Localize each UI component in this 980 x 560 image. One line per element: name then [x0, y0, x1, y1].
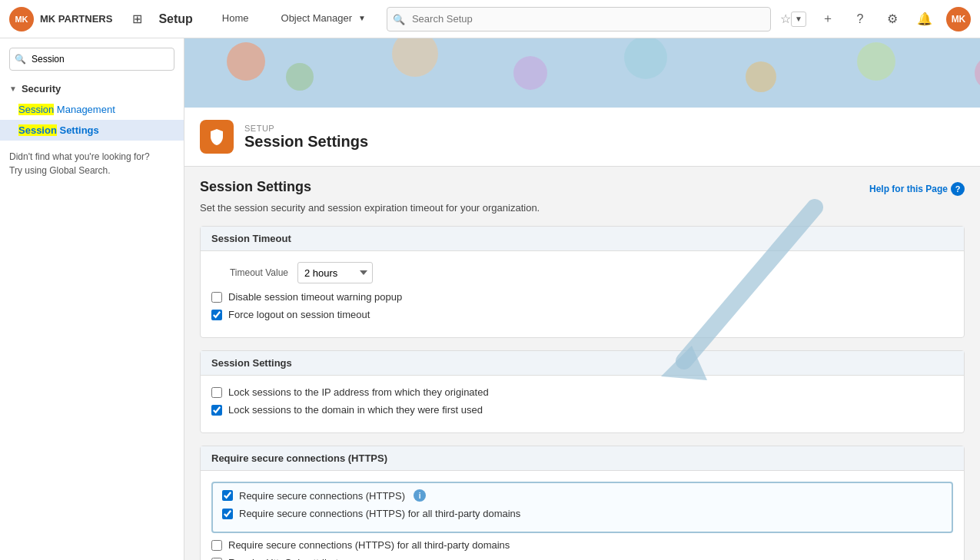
- require-https-checkbox[interactable]: [222, 490, 233, 501]
- require-httponly-checkbox[interactable]: [211, 558, 222, 561]
- sidebar-search-input[interactable]: [9, 48, 174, 71]
- lock-domain-row: Lock sessions to the domain in which the…: [211, 404, 953, 416]
- favorites-area: ☆ ▼: [780, 12, 806, 27]
- main-content: Session Settings Help for this Page ? Se…: [184, 167, 980, 560]
- search-input[interactable]: [387, 7, 771, 31]
- disable-timeout-warning-row: Disable session timeout warning popup: [211, 291, 953, 303]
- force-logout-checkbox[interactable]: [211, 310, 222, 320]
- https-info-icon[interactable]: i: [414, 489, 426, 502]
- page-header-text: SETUP Session Settings: [244, 124, 368, 151]
- page-layout: 🔍 ▼ Security Session Management Session …: [0, 38, 980, 560]
- lock-domain-checkbox[interactable]: [211, 405, 222, 416]
- sidebar-section-security[interactable]: ▼ Security: [0, 78, 184, 99]
- session-timeout-body: Timeout Value 2 hours 30 minutes 1 hour …: [201, 251, 964, 337]
- lock-domain-label: Lock sessions to the domain in which the…: [228, 404, 483, 416]
- svg-point-2: [286, 63, 314, 91]
- require-httponly-row: Require HttpOnly attribute: [211, 557, 953, 560]
- session-timeout-header: Session Timeout: [201, 227, 964, 251]
- timeout-select[interactable]: 2 hours 30 minutes 1 hour 4 hours 8 hour…: [297, 262, 373, 283]
- sidebar: 🔍 ▼ Security Session Management Session …: [0, 38, 184, 560]
- search-icon: 🔍: [393, 13, 405, 25]
- https-section: Require secure connections (HTTPS) Requi…: [200, 446, 965, 560]
- disable-timeout-warning-checkbox[interactable]: [211, 292, 222, 303]
- session-settings-header: Session Settings: [201, 351, 964, 376]
- sidebar-not-found-text: Didn't find what you're looking for? Try…: [0, 141, 184, 187]
- sidebar-search-icon: 🔍: [15, 54, 26, 65]
- require-https-third-party-label2: Require secure connections (HTTPS) for a…: [228, 539, 510, 551]
- user-avatar[interactable]: MK: [946, 7, 971, 31]
- search-bar-area: 🔍: [387, 7, 771, 31]
- top-nav-actions: ☆ ▼ ＋ ? ⚙ 🔔 MK: [780, 7, 971, 31]
- session-timeout-section: Session Timeout Timeout Value 2 hours 30…: [200, 226, 965, 338]
- help-link[interactable]: Help for this Page ?: [869, 182, 965, 196]
- page-header: SETUP Session Settings: [184, 108, 980, 167]
- svg-point-7: [857, 42, 895, 81]
- notifications-icon[interactable]: 🔔: [914, 8, 935, 30]
- help-icon[interactable]: ?: [849, 8, 871, 30]
- main-wrapper: SETUP Session Settings Session Settings …: [184, 38, 980, 560]
- sidebar-item-session-settings[interactable]: Session Settings: [0, 120, 184, 141]
- home-tab[interactable]: Home: [210, 0, 261, 38]
- chevron-icon: ▼: [9, 84, 17, 93]
- require-https-third-party-label: Require secure connections (HTTPS) for a…: [239, 508, 520, 519]
- require-https-third-party-row: Require secure connections (HTTPS) for a…: [222, 508, 942, 519]
- require-https-third-party-checkbox[interactable]: [222, 509, 233, 519]
- content-body: Session Settings Help for this Page ? Se…: [184, 167, 980, 560]
- https-header: Require secure connections (HTTPS): [201, 446, 964, 471]
- lock-ip-checkbox[interactable]: [211, 387, 222, 398]
- logo-icon: MK: [9, 7, 34, 31]
- content-description: Set the session security and session exp…: [200, 202, 965, 214]
- favorites-dropdown-button[interactable]: ▼: [791, 12, 806, 27]
- content-title-row: Session Settings Help for this Page ?: [200, 179, 965, 196]
- content-title: Session Settings: [200, 179, 311, 195]
- require-https-third-party-row2: Require secure connections (HTTPS) for a…: [211, 539, 953, 551]
- session-settings-section: Session Settings Lock sessions to the IP…: [200, 350, 965, 433]
- add-button[interactable]: ＋: [817, 8, 839, 30]
- require-httponly-label: Require HttpOnly attribute: [228, 557, 344, 560]
- disable-timeout-warning-label: Disable session timeout warning popup: [228, 291, 402, 303]
- svg-point-4: [513, 56, 547, 90]
- top-navigation: MK MK PARTNERS ⊞ Setup Home Object Manag…: [0, 0, 980, 38]
- svg-point-1: [227, 42, 265, 81]
- sidebar-section-label: Security: [22, 83, 61, 94]
- force-logout-label: Force logout on session timeout: [228, 309, 370, 320]
- star-icon[interactable]: ☆: [780, 12, 791, 26]
- logo-area[interactable]: MK MK PARTNERS: [9, 7, 112, 31]
- page-icon: [200, 120, 234, 154]
- session-settings-body: Lock sessions to the IP address from whi…: [201, 376, 964, 432]
- require-https-row: Require secure connections (HTTPS) i: [222, 489, 942, 502]
- company-name: MK PARTNERS: [40, 13, 112, 25]
- grid-icon[interactable]: ⊞: [126, 8, 148, 30]
- lock-ip-label: Lock sessions to the IP address from whi…: [228, 386, 489, 398]
- require-https-third-party-checkbox2[interactable]: [211, 540, 222, 551]
- lock-ip-row: Lock sessions to the IP address from whi…: [211, 386, 953, 398]
- setup-breadcrumb: SETUP: [244, 124, 368, 133]
- setup-label: Setup: [158, 12, 192, 26]
- timeout-value-row: Timeout Value 2 hours 30 minutes 1 hour …: [211, 262, 953, 283]
- banner-area: [184, 38, 980, 108]
- settings-icon[interactable]: ⚙: [882, 8, 903, 30]
- timeout-label: Timeout Value: [211, 267, 288, 278]
- require-https-label: Require secure connections (HTTPS): [239, 490, 405, 502]
- https-body: Require secure connections (HTTPS) i Req…: [201, 471, 964, 560]
- svg-point-6: [746, 61, 776, 92]
- sidebar-item-session-management[interactable]: Session Management: [0, 99, 184, 120]
- chevron-down-icon: ▼: [358, 14, 366, 22]
- help-circle-icon: ?: [951, 182, 965, 196]
- page-header-title: Session Settings: [244, 133, 368, 151]
- object-manager-tab[interactable]: Object Manager ▼: [269, 0, 378, 38]
- sidebar-search-area: 🔍: [0, 48, 184, 78]
- force-logout-row: Force logout on session timeout: [211, 309, 953, 320]
- https-highlight-box: Require secure connections (HTTPS) i Req…: [211, 482, 953, 533]
